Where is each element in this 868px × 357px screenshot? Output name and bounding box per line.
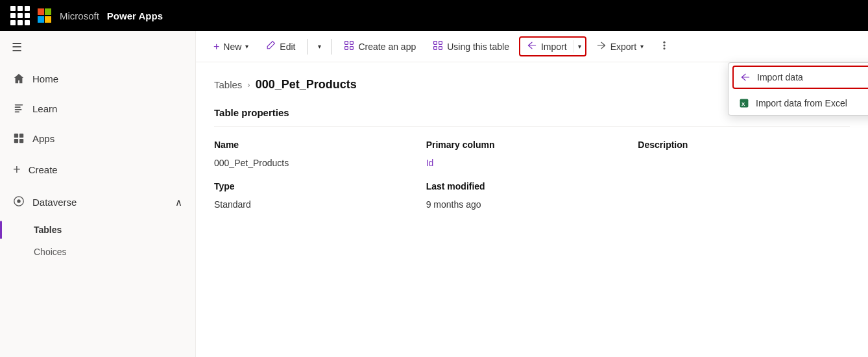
create-label: Create xyxy=(29,164,58,175)
primary-col-value[interactable]: Id xyxy=(426,155,638,176)
using-table-icon xyxy=(433,40,443,53)
learn-label: Learn xyxy=(32,103,57,114)
choices-label: Choices xyxy=(34,247,67,257)
sidebar-item-dataverse[interactable]: Dataverse ∧ xyxy=(0,186,195,218)
create-app-label: Create an app xyxy=(358,42,416,52)
edit-button[interactable]: Edit xyxy=(258,36,302,57)
svg-point-18 xyxy=(663,44,665,46)
import-button[interactable]: Import xyxy=(520,38,573,55)
breadcrumb-separator: › xyxy=(247,80,250,90)
settings-button[interactable] xyxy=(653,36,675,57)
using-table-button[interactable]: Using this table xyxy=(426,36,516,57)
svg-point-9 xyxy=(17,199,20,203)
sidebar-sub-item-choices[interactable]: Choices xyxy=(0,241,195,262)
svg-rect-16 xyxy=(434,47,437,50)
svg-rect-3 xyxy=(15,112,19,113)
sidebar: ☰ Home Learn xyxy=(0,31,196,357)
toolbar: + New ▾ Edit ▾ xyxy=(196,31,868,62)
empty-header xyxy=(638,176,850,197)
svg-rect-10 xyxy=(345,42,348,45)
svg-rect-14 xyxy=(434,42,437,45)
import-chevron-icon: ▾ xyxy=(578,43,581,50)
main-content: + New ▾ Edit ▾ xyxy=(196,31,868,357)
svg-text:X: X xyxy=(741,101,745,107)
sidebar-item-learn[interactable]: Learn xyxy=(0,93,195,123)
svg-point-20 xyxy=(663,47,665,49)
svg-point-19 xyxy=(663,42,665,43)
apps-grid-icon[interactable] xyxy=(10,6,30,25)
sidebar-item-apps[interactable]: Apps xyxy=(0,123,195,153)
export-icon xyxy=(596,40,607,53)
separator-1 xyxy=(307,39,308,55)
new-label: New xyxy=(223,42,241,52)
import-icon xyxy=(527,40,537,53)
sidebar-item-home[interactable]: Home xyxy=(0,64,195,93)
new-button[interactable]: + New ▾ xyxy=(206,36,256,57)
settings-icon xyxy=(659,40,669,53)
create-app-button[interactable]: Create an app xyxy=(337,36,423,57)
primary-col-header: Primary column xyxy=(426,134,638,155)
import-excel-item[interactable]: X Import data from Excel xyxy=(729,92,868,115)
description-header: Description xyxy=(638,134,850,155)
import-label: Import xyxy=(541,42,567,52)
svg-rect-4 xyxy=(14,134,18,138)
dataverse-icon xyxy=(13,195,25,209)
apps-label: Apps xyxy=(32,133,54,144)
svg-rect-5 xyxy=(19,134,23,138)
svg-rect-0 xyxy=(15,105,23,106)
edit-dropdown-button[interactable]: ▾ xyxy=(313,38,326,55)
description-value xyxy=(638,155,850,176)
using-table-label: Using this table xyxy=(447,42,509,52)
dataverse-chevron-icon: ∧ xyxy=(175,197,182,208)
product-name: Power Apps xyxy=(107,10,163,21)
name-header: Name xyxy=(214,134,426,155)
hamburger-button[interactable]: ☰ xyxy=(0,31,195,64)
home-icon xyxy=(13,73,25,84)
table-properties-section: Table properties Name Primary column Des… xyxy=(214,107,850,217)
svg-rect-1 xyxy=(15,106,21,108)
svg-rect-7 xyxy=(19,139,23,143)
svg-rect-15 xyxy=(439,42,442,45)
dataverse-label: Dataverse xyxy=(32,197,77,208)
import-dropdown-menu: Import data X Import data from Excel xyxy=(728,62,868,116)
type-header: Type xyxy=(214,176,426,197)
name-value: 000_Pet_Products xyxy=(214,155,426,176)
microsoft-logo xyxy=(38,8,52,23)
edit-label: Edit xyxy=(280,42,295,52)
sidebar-item-create[interactable]: + Create xyxy=(0,153,195,186)
last-modified-header: Last modified xyxy=(426,176,638,197)
svg-rect-6 xyxy=(14,139,18,143)
edit-icon xyxy=(265,40,276,53)
export-chevron-icon: ▾ xyxy=(640,43,644,50)
import-dropdown-button[interactable]: ▾ xyxy=(573,40,585,53)
layout: ☰ Home Learn xyxy=(0,31,868,357)
import-excel-icon: X xyxy=(739,98,749,108)
apps-icon xyxy=(13,132,25,144)
home-label: Home xyxy=(32,73,58,84)
last-modified-value: 9 months ago xyxy=(426,197,638,217)
separator-2 xyxy=(331,39,332,55)
export-label: Export xyxy=(610,42,636,52)
type-value: Standard xyxy=(214,197,426,217)
section-divider xyxy=(214,126,850,127)
create-app-icon xyxy=(344,40,354,53)
company-name: Microsoft xyxy=(60,10,99,21)
svg-rect-11 xyxy=(350,42,354,45)
empty-value xyxy=(638,197,850,217)
tables-label: Tables xyxy=(34,225,62,235)
new-chevron-icon: ▾ xyxy=(245,43,248,50)
import-data-icon xyxy=(740,72,751,82)
sidebar-sub-item-tables[interactable]: Tables xyxy=(0,218,195,241)
svg-rect-13 xyxy=(350,47,354,50)
svg-rect-2 xyxy=(15,109,22,110)
properties-grid: Name Primary column Description 000_Pet_… xyxy=(214,134,850,217)
import-data-item[interactable]: Import data xyxy=(732,66,868,89)
svg-rect-12 xyxy=(345,47,348,50)
export-button[interactable]: Export ▾ xyxy=(589,36,651,57)
edit-chevron-icon: ▾ xyxy=(318,43,321,50)
import-button-group: Import ▾ xyxy=(519,36,586,56)
svg-rect-17 xyxy=(439,47,442,50)
breadcrumb-parent[interactable]: Tables xyxy=(214,79,242,90)
topbar: Microsoft Power Apps xyxy=(0,0,868,31)
import-excel-label: Import data from Excel xyxy=(756,98,847,108)
